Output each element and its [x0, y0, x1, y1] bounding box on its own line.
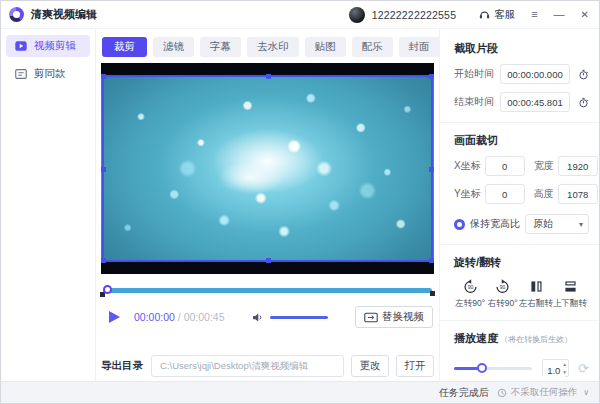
chevron-down-icon: ▾: [579, 220, 583, 229]
close-icon[interactable]: ✕: [581, 10, 589, 20]
speed-slider-knob[interactable]: [477, 363, 487, 373]
speaker-icon[interactable]: [251, 311, 264, 324]
end-time-input[interactable]: [500, 92, 570, 112]
crop-handle-bottom-left[interactable]: [101, 258, 106, 263]
keep-aspect-radio[interactable]: [454, 219, 465, 230]
title-bar: 清爽视频编辑 12222222222555 客服 ≡ — ✕: [1, 1, 600, 29]
divider: [440, 244, 599, 245]
menu-icon[interactable]: ≡: [531, 9, 537, 20]
speed-value-box: ▴ ▾: [542, 359, 569, 377]
divider: [440, 122, 599, 123]
open-path-button[interactable]: 打开: [396, 355, 434, 377]
crop-y-height-row: Y坐标 高度: [454, 184, 589, 204]
y-coord-label: Y坐标: [454, 187, 481, 201]
start-timer-icon[interactable]: [578, 68, 589, 81]
crop-handle-top-right[interactable]: [429, 74, 434, 79]
tab-music[interactable]: 配乐: [352, 37, 393, 57]
x-coord-label: X坐标: [454, 159, 481, 173]
start-time-label: 开始时间: [454, 67, 494, 81]
video-edit-icon: [14, 39, 28, 53]
speed-down-icon[interactable]: ▾: [562, 369, 567, 378]
crop-handle-top-mid[interactable]: [266, 74, 271, 79]
minimize-icon[interactable]: —: [554, 9, 565, 20]
playback-controls: 00:00:00 / 00:00:45 替换视频: [101, 305, 434, 329]
after-task-action: 不采取任何操作: [511, 386, 578, 399]
current-time: 00:00:00: [134, 311, 175, 323]
total-duration: 00:00:45: [184, 311, 225, 323]
customer-service-button[interactable]: 客服: [478, 8, 515, 22]
crop-handle-mid-left[interactable]: [101, 167, 106, 172]
crop-handle-top-left[interactable]: [101, 74, 106, 79]
tab-cover[interactable]: 封面: [399, 37, 440, 57]
template-cut-icon: [14, 67, 28, 81]
flip-vertical-button[interactable]: 上下翻转: [553, 278, 587, 310]
headset-icon: [478, 8, 491, 21]
flip-vertical-icon: [562, 278, 579, 295]
height-label: 高度: [534, 187, 554, 201]
rotate-left-label: 左转90°: [455, 298, 485, 310]
rotate-right-label: 右转90°: [488, 298, 518, 310]
svg-text:90: 90: [500, 284, 506, 290]
sidebar-item-template-cut[interactable]: 剪同款: [6, 63, 90, 85]
height-input[interactable]: [558, 184, 598, 204]
divider: [440, 320, 599, 321]
width-label: 宽度: [534, 159, 554, 173]
crop-handle-mid-right[interactable]: [429, 167, 434, 172]
replace-video-icon: [364, 312, 378, 323]
tab-watermark-removal[interactable]: 去水印: [247, 37, 299, 57]
change-path-button[interactable]: 更改: [351, 355, 389, 377]
rotate-right-button[interactable]: 90 右转90°: [487, 278, 520, 310]
y-coord-input[interactable]: [485, 184, 525, 204]
timeline-playhead[interactable]: [103, 285, 112, 294]
end-timer-icon[interactable]: [578, 96, 589, 109]
flip-horizontal-button[interactable]: 左右翻转: [519, 278, 553, 310]
play-button[interactable]: [109, 311, 120, 323]
tab-bar: 裁剪 滤镜 字幕 去水印 贴图 配乐 封面: [102, 37, 440, 57]
start-time-row: 开始时间: [454, 64, 589, 84]
export-directory-row: 导出目录 更改 打开: [101, 355, 434, 377]
timeline[interactable]: [101, 284, 434, 296]
speed-section-header: 播放速度 （将在转换后生效）: [454, 331, 589, 346]
video-preview[interactable]: [101, 63, 434, 274]
volume-slider[interactable]: [270, 316, 328, 319]
start-time-input[interactable]: [500, 64, 570, 84]
app-window: 清爽视频编辑 12222222222555 客服 ≡ — ✕ 视频: [0, 0, 600, 404]
aspect-ratio-dropdown[interactable]: 原始 ▾: [525, 214, 589, 234]
tab-filter[interactable]: 滤镜: [153, 37, 194, 57]
speed-up-icon[interactable]: ▴: [562, 360, 567, 369]
rotate-left-button[interactable]: 90 左转90°: [454, 278, 487, 310]
rotate-left-icon: 90: [462, 278, 479, 295]
rotate-buttons-row: 90 左转90° 90 右转90° 左右翻转: [454, 278, 589, 310]
after-task-dropdown[interactable]: 不采取任何操作 ∨: [497, 386, 589, 399]
time-separator: /: [175, 311, 184, 323]
export-path-input[interactable]: [151, 355, 344, 377]
speed-note: （将在转换后生效）: [500, 334, 572, 345]
flip-horizontal-label: 左右翻转: [519, 298, 553, 310]
x-coord-input[interactable]: [485, 156, 525, 176]
crop-handle-bottom-mid[interactable]: [266, 258, 271, 263]
sidebar: 视频剪辑 剪同款: [1, 29, 96, 383]
rotate-section-title: 旋转/翻转: [454, 255, 589, 270]
replace-video-button[interactable]: 替换视频: [355, 306, 433, 328]
speed-slider-track[interactable]: [454, 367, 532, 370]
aspect-ratio-value: 原始: [533, 217, 553, 231]
crop-selection[interactable]: [102, 75, 433, 262]
trim-handle-end[interactable]: [430, 291, 435, 296]
app-logo-icon: [9, 7, 24, 22]
speed-steppers: ▴ ▾: [562, 360, 567, 377]
tab-crop[interactable]: 裁剪: [102, 37, 147, 57]
user-avatar[interactable]: [349, 7, 365, 23]
keep-aspect-label: 保持宽高比: [470, 217, 520, 231]
tab-sticker[interactable]: 贴图: [305, 37, 346, 57]
width-input[interactable]: [558, 156, 598, 176]
app-title: 清爽视频编辑: [31, 7, 97, 22]
tab-subtitle[interactable]: 字幕: [200, 37, 241, 57]
account-id: 12222222222555: [372, 9, 457, 21]
time-display: 00:00:00 / 00:00:45: [134, 311, 225, 323]
speed-reset-icon[interactable]: ⟳: [578, 362, 589, 375]
sidebar-item-label: 剪同款: [34, 67, 66, 81]
sidebar-item-video-edit[interactable]: 视频剪辑: [6, 35, 90, 57]
main-area: 裁剪 滤镜 字幕 去水印 贴图 配乐 封面: [96, 29, 441, 383]
crop-handle-bottom-right[interactable]: [429, 258, 434, 263]
timeline-track[interactable]: [103, 288, 432, 293]
